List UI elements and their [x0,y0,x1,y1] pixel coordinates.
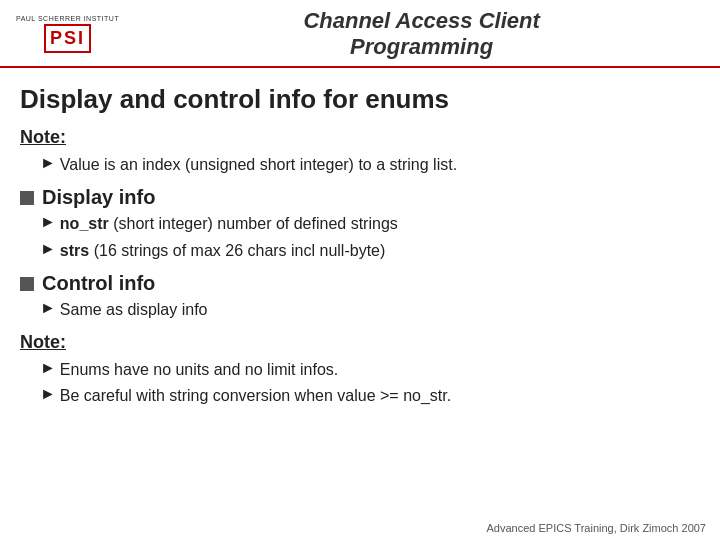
main-content: Display and control info for enums Note:… [0,68,720,421]
note1-bullet: ► Value is an index (unsigned short inte… [20,154,700,176]
keyword-strs: strs [60,242,89,259]
display-bullet-2: ► strs (16 strings of max 26 chars incl … [20,240,700,262]
arrow-icon-5: ► [40,359,56,377]
title-line1: Channel Access Client [139,8,704,34]
display-bullet-1: ► no_str (short integer) number of defin… [20,213,700,235]
arrow-icon-4: ► [40,299,56,317]
arrow-icon-6: ► [40,385,56,403]
note2-bullet-2: ► Be careful with string conversion when… [20,385,700,407]
control-bullet: ► Same as display info [20,299,700,321]
arrow-icon-2: ► [40,213,56,231]
control-info-square-icon [20,277,34,291]
page-title: Display and control info for enums [20,84,700,115]
logo-box: PSI [44,24,91,53]
display-info-square-icon [20,191,34,205]
display-text-1: no_str (short integer) number of defined… [60,213,398,235]
display-text-2: strs (16 strings of max 26 chars incl nu… [60,240,385,262]
note2-bullet-1: ► Enums have no units and no limit infos… [20,359,700,381]
page-header: PAUL SCHERRER INSTITUT PSI Channel Acces… [0,0,720,68]
display-rest-1: (short integer) number of defined string… [109,215,398,232]
note2-text-1: Enums have no units and no limit infos. [60,359,338,381]
display-info-header: Display info [20,186,700,209]
logo-area: PAUL SCHERRER INSTITUT PSI [16,15,119,53]
note1-label: Note: [20,127,700,148]
note1-text: Value is an index (unsigned short intege… [60,154,457,176]
arrow-icon-1: ► [40,154,56,172]
institution-name: PAUL SCHERRER INSTITUT [16,15,119,22]
footer-text: Advanced EPICS Training, Dirk Zimoch 200… [487,522,707,534]
title-line2: Programming [139,34,704,60]
control-text: Same as display info [60,299,208,321]
display-info-title: Display info [42,186,155,209]
header-title: Channel Access Client Programming [139,8,704,60]
note2-text-2: Be careful with string conversion when v… [60,385,451,407]
note2-label: Note: [20,332,700,353]
control-info-header: Control info [20,272,700,295]
keyword-no_str: no_str [60,215,109,232]
display-rest-2: (16 strings of max 26 chars incl null-by… [89,242,385,259]
logo-abbr: PSI [50,28,85,49]
control-info-title: Control info [42,272,155,295]
arrow-icon-3: ► [40,240,56,258]
